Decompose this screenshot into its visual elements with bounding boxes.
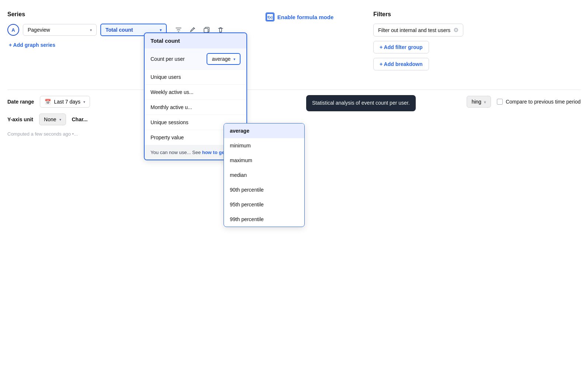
filters-title: Filters [373,11,581,18]
menu-item-total-count-label: Total count [151,38,180,44]
series-badge: A [7,24,19,36]
chart-type-label: Char... [72,116,88,122]
option-average-label: average [230,128,249,134]
date-range-label: Date range [7,99,34,105]
option-median[interactable]: median [224,168,304,182]
add-filter-group-button[interactable]: + Add filter group [373,41,429,53]
menu-item-monthly-active[interactable]: Monthly active u... [145,100,246,115]
smoothing-chevron-icon: ∨ [484,100,486,104]
tooltip: Statistical analysis of event count per … [306,95,416,111]
unique-sessions-label: Unique sessions [151,119,188,125]
date-range-value: Last 7 days [54,99,80,105]
tooltip-text: Statistical analysis of event count per … [312,100,410,106]
menu-item-weekly-active[interactable]: Weekly active us... [145,85,246,100]
top-section: Series A Pageview ▾ Total count ▾ [7,7,581,82]
option-90th[interactable]: 90th percentile [224,182,304,197]
page: Series A Pageview ▾ Total count ▾ [0,0,588,384]
formula-icon: f(x) [266,13,274,21]
date-row: Date range 📅 Last 7 days ▾ hing ∨ Compar… [7,96,581,108]
date-range-dropdown[interactable]: 📅 Last 7 days ▾ [40,96,90,108]
calendar-icon: 📅 [45,99,51,105]
yaxis-chevron-icon: ▾ [59,118,61,122]
property-value-label: Property value [151,135,184,140]
smoothing-dropdown[interactable]: hing ∨ [467,96,491,108]
compare-checkbox[interactable] [497,99,503,105]
yaxis-unit-value: None [44,116,56,122]
yaxis-unit-label: Y-axis unit [7,116,33,122]
average-sub-dropdown[interactable]: average ▾ [207,53,241,65]
menu-item-unique-users[interactable]: Unique users [145,70,246,85]
sub-dropdown-container: average minimum maximum median 90th perc… [224,122,305,227]
promo-text: You can now use... See [151,150,202,155]
option-95th[interactable]: 95th percentile [224,197,304,212]
average-chevron-icon: ▾ [234,57,235,61]
monthly-active-label: Monthly active u... [151,104,192,110]
menu-item-total-count[interactable]: Total count [145,33,246,49]
option-95th-label: 95th percentile [230,202,264,207]
event-dropdown-value: Pageview [28,27,50,33]
count-per-user-label: Count per user [151,56,185,62]
option-average[interactable]: average [224,123,304,138]
date-chevron-icon: ▾ [83,100,85,104]
option-minimum-label: minimum [230,143,251,149]
event-dropdown[interactable]: Pageview ▾ [23,24,97,36]
option-99th-label: 99th percentile [230,216,264,222]
svg-text:f(x): f(x) [267,15,273,19]
metric-dropdown-value: Total count [106,27,133,33]
chevron-down-icon: ▾ [90,28,92,32]
option-99th[interactable]: 99th percentile [224,212,304,227]
formula-mode-label: Enable formula mode [277,14,334,20]
chevron-down-blue-icon: ▾ [160,28,162,32]
add-breakdown-label: + Add breakdown [380,61,423,67]
active-filter-tag[interactable]: Filter out internal and test users ⚙ [373,24,463,36]
option-median-label: median [230,172,247,178]
weekly-active-label: Weekly active us... [151,89,193,95]
menu-item-count-per-user[interactable]: Count per user average ▾ [145,49,246,70]
filters-panel: Filters Filter out internal and test use… [373,11,581,75]
filter-text: Filter out internal and test users [378,27,450,33]
add-breakdown-button[interactable]: + Add breakdown [373,58,429,70]
add-series-label: + Add graph series [9,42,55,48]
svg-rect-0 [204,28,208,32]
option-maximum-label: maximum [230,157,252,163]
average-options-menu: average minimum maximum median 90th perc… [224,123,305,227]
formula-mode-button[interactable]: f(x) Enable formula mode [266,13,334,21]
average-label: average [212,56,231,62]
gear-icon[interactable]: ⚙ [453,27,459,34]
smoothing-label: hing [471,99,481,105]
series-title: Series [7,11,226,18]
yaxis-unit-dropdown[interactable]: None ▾ [39,114,66,125]
unique-users-label: Unique users [151,74,181,80]
option-maximum[interactable]: maximum [224,153,304,168]
add-filter-group-label: + Add filter group [380,44,423,50]
compare-label: Compare to previous time period [506,99,581,105]
formula-area: f(x) Enable formula mode [226,11,373,21]
option-90th-label: 90th percentile [230,187,264,193]
compare-checkbox-container[interactable]: Compare to previous time period [497,99,581,105]
option-minimum[interactable]: minimum [224,138,304,153]
